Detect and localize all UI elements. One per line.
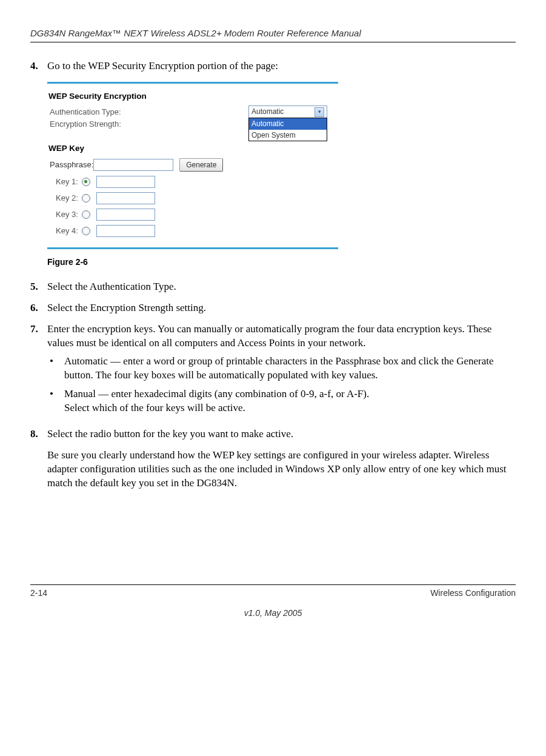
figure-caption: Figure 2-6 bbox=[47, 256, 516, 268]
auth-type-option-open-system[interactable]: Open System bbox=[249, 130, 327, 141]
key3-row: Key 3: bbox=[56, 209, 335, 221]
step-8: 8. Select the radio button for the key y… bbox=[30, 427, 516, 441]
step-7: 7. Enter the encryption keys. You can ma… bbox=[30, 323, 516, 421]
key4-label: Key 4: bbox=[56, 226, 78, 236]
key2-input[interactable] bbox=[96, 192, 155, 204]
bullet-manual-text: Manual — enter hexadecimal digits (any c… bbox=[64, 387, 369, 415]
bullet-automatic-text: Automatic — enter a word or group of pri… bbox=[64, 355, 516, 383]
step-5-num: 5. bbox=[30, 280, 47, 294]
auth-type-label: Authentication Type: bbox=[50, 107, 154, 118]
key4-radio[interactable] bbox=[82, 227, 90, 235]
step-7-bullets: Automatic — enter a word or group of pri… bbox=[47, 355, 516, 415]
bullet-manual-line1: Manual — enter hexadecimal digits (any c… bbox=[64, 388, 369, 400]
page-header: DG834N RangeMax™ NEXT Wireless ADSL2+ Mo… bbox=[30, 27, 516, 42]
enc-strength-label: Encryption Strength: bbox=[50, 119, 154, 130]
auth-type-select[interactable]: Automatic ▾ Automatic Open System bbox=[248, 105, 327, 118]
footer-page-number: 2-14 bbox=[30, 587, 47, 599]
bullet-manual: Manual — enter hexadecimal digits (any c… bbox=[47, 387, 516, 415]
key2-radio[interactable] bbox=[82, 194, 90, 202]
key3-input[interactable] bbox=[96, 209, 155, 221]
step-6: 6. Select the Encryption Strength settin… bbox=[30, 301, 516, 315]
key2-label: Key 2: bbox=[56, 193, 78, 204]
footer-rule bbox=[30, 584, 516, 585]
step-4-text: Go to the WEP Security Encryption portio… bbox=[47, 59, 516, 73]
step-6-text: Select the Encryption Strength setting. bbox=[47, 301, 516, 315]
wep-key-heading: WEP Key bbox=[48, 143, 335, 154]
header-rule bbox=[30, 42, 516, 42]
key1-row: Key 1: bbox=[56, 176, 335, 188]
chevron-down-icon[interactable]: ▾ bbox=[315, 107, 324, 117]
auth-type-selected-value: Automatic bbox=[251, 106, 284, 118]
key1-label: Key 1: bbox=[56, 176, 78, 187]
step-6-num: 6. bbox=[30, 301, 47, 315]
wep-panel: WEP Security Encryption Authentication T… bbox=[47, 82, 338, 249]
step-5: 5. Select the Authentication Type. bbox=[30, 280, 516, 294]
bullet-automatic: Automatic — enter a word or group of pri… bbox=[47, 355, 516, 383]
step-8-num: 8. bbox=[30, 427, 47, 441]
step-7-num: 7. bbox=[30, 323, 47, 421]
bullet-manual-line2: Select which of the four keys will be ac… bbox=[64, 402, 245, 413]
passphrase-input[interactable] bbox=[93, 159, 173, 171]
passphrase-label: Passphrase: bbox=[50, 159, 93, 170]
key3-label: Key 3: bbox=[56, 209, 78, 220]
key1-radio[interactable] bbox=[82, 178, 90, 186]
key1-input[interactable] bbox=[96, 176, 155, 188]
step-8-followup: Be sure you clearly understand how the W… bbox=[47, 449, 516, 490]
header-title: DG834N RangeMax™ NEXT Wireless ADSL2+ Mo… bbox=[30, 27, 516, 39]
auth-type-option-automatic[interactable]: Automatic bbox=[249, 118, 327, 129]
generate-button[interactable]: Generate bbox=[179, 158, 223, 172]
footer-version: v1.0, May 2005 bbox=[30, 607, 516, 619]
step-4-num: 4. bbox=[30, 59, 47, 73]
wep-security-heading: WEP Security Encryption bbox=[48, 91, 335, 102]
auth-type-dropdown-list[interactable]: Automatic Open System bbox=[248, 118, 327, 141]
auth-type-select-display[interactable]: Automatic ▾ bbox=[248, 105, 327, 118]
figure-2-6: WEP Security Encryption Authentication T… bbox=[47, 82, 516, 268]
step-7-text: Enter the encryption keys. You can manua… bbox=[47, 323, 491, 349]
step-4: 4. Go to the WEP Security Encryption por… bbox=[30, 59, 516, 73]
step-7-body: Enter the encryption keys. You can manua… bbox=[47, 323, 516, 421]
footer-section-title: Wireless Configuration bbox=[430, 587, 516, 599]
step-5-text: Select the Authentication Type. bbox=[47, 280, 516, 294]
key2-row: Key 2: bbox=[56, 192, 335, 204]
step-8-text: Select the radio button for the key you … bbox=[47, 427, 516, 441]
page-footer: 2-14 Wireless Configuration v1.0, May 20… bbox=[30, 584, 516, 619]
key3-radio[interactable] bbox=[82, 210, 90, 219]
key4-row: Key 4: bbox=[56, 225, 335, 237]
key4-input[interactable] bbox=[96, 225, 155, 237]
